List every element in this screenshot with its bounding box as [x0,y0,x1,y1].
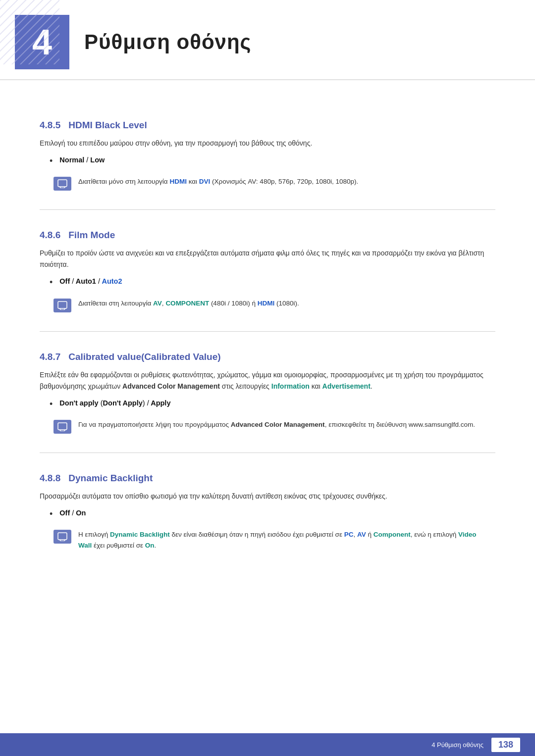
note-icon-486 [54,299,71,312]
section-488-note-text: Η επιλογή Dynamic Backlight δεν είναι δι… [78,529,488,551]
svg-rect-6 [58,302,67,308]
bullet-dot-486: • [50,276,53,289]
section-486-bullet-text: Off / Auto1 / Auto2 [59,277,122,285]
divider-486-487 [40,331,495,332]
divider-487-488 [40,453,495,453]
section-485-header: 4.8.5 HDMI Black Level [40,120,495,131]
section-488-title: Dynamic Backlight [68,473,153,484]
section-488-header: 4.8.8 Dynamic Backlight [40,473,495,484]
section-487-title: Calibrated value(Calibrated Value) [68,352,220,362]
bullet-dot-488: • [50,508,53,520]
section-488-bullet: • Off / On [50,509,495,520]
section-486-note-text: Διατίθεται στη λειτουργία AV, COMPONENT … [78,298,299,309]
section-486-note: Διατίθεται στη λειτουργία AV, COMPONENT … [50,294,495,316]
section-486-header: 4.8.6 Film Mode [40,230,495,241]
section-485-title: HDMI Black Level [68,120,147,131]
section-486-number: 4.8.6 [40,230,60,241]
svg-rect-10 [58,423,67,430]
section-486-body: Ρυθμίζει το προϊόν ώστε να ανιχνεύει και… [40,248,495,270]
footer-page-number: 138 [491,738,520,752]
bullet-dot-487: • [50,398,53,410]
main-content: 4.8.5 HDMI Black Level Επιλογή του επιπέ… [0,85,535,599]
note-icon-485 [54,177,71,191]
footer: 4 Ρύθμιση οθόνης 138 [0,733,535,756]
section-485-note: Διατίθεται μόνο στη λειτουργία HDMI και … [50,172,495,195]
section-487-body: Επιλέξτε εάν θα εφαρμόζονται οι ρυθμίσει… [40,369,495,392]
section-486-bullet: • Off / Auto1 / Auto2 [50,277,495,289]
section-488-note: Η επιλογή Dynamic Backlight δεν είναι δι… [50,525,495,554]
section-485-number: 4.8.5 [40,120,60,131]
svg-rect-2 [58,180,67,187]
section-488-body: Προσαρμόζει αυτόματα τον οπίσθιο φωτισμό… [40,491,495,502]
chapter-title: Ρύθμιση οθόνης [84,30,251,54]
section-487-bullet-text: Don't apply (Don't Apply) / Apply [59,399,170,407]
section-485-bullet-text: Normal / Low [59,156,105,164]
footer-chapter-label: 4 Ρύθμιση οθόνης [431,741,483,749]
section-486-title: Film Mode [68,230,115,241]
divider-485-486 [40,209,495,210]
section-487-note-text: Για να πραγματοποιήσετε λήψη του προγράμ… [78,419,475,430]
section-487-bullet: • Don't apply (Don't Apply) / Apply [50,399,495,410]
page: 4 Ρύθμιση οθόνης 4.8.5 HDMI Black Level … [0,0,535,756]
section-488-number: 4.8.8 [40,473,60,484]
section-487-number: 4.8.7 [40,352,60,362]
section-485-body: Επιλογή του επιπέδου μαύρου στην οθόνη, … [40,138,495,149]
section-485-bullet: • Normal / Low [50,156,495,167]
section-487-header: 4.8.7 Calibrated value(Calibrated Value) [40,352,495,362]
chapter-header: 4 Ρύθμιση οθόνης [0,0,535,80]
svg-rect-14 [58,533,67,540]
section-488-bullet-text: Off / On [59,509,86,517]
section-485-note-text: Διατίθεται μόνο στη λειτουργία HDMI και … [78,176,358,187]
note-icon-488 [54,530,71,544]
chapter-number: 4 [15,15,69,69]
bullet-dot: • [50,155,53,167]
section-487-note: Για να πραγματοποιήσετε λήψη του προγράμ… [50,415,495,438]
note-icon-487 [54,420,71,434]
